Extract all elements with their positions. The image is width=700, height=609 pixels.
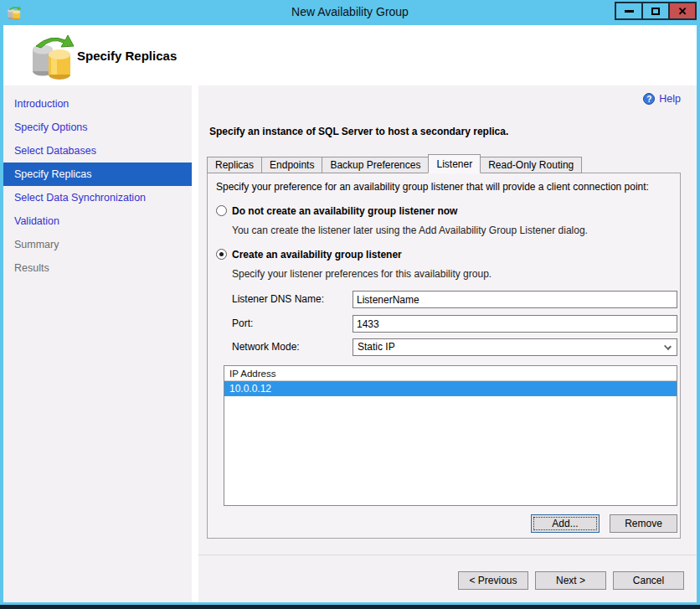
replicas-database-icon (30, 32, 75, 83)
minimize-icon (625, 10, 634, 13)
network-mode-label: Network Mode: (232, 341, 300, 353)
tab-backup-preferences[interactable]: Backup Preferences (322, 157, 429, 173)
add-button[interactable]: Add... (531, 514, 600, 533)
radio-create-listener-label[interactable]: Create an availability group listener (232, 249, 402, 261)
sidebar-item-specify-replicas[interactable]: Specify Replicas (3, 163, 192, 186)
network-mode-select[interactable]: Static IP (353, 338, 677, 356)
ip-address-row[interactable]: 10.0.0.12 (224, 381, 677, 396)
main-content: ? Help Specify an instance of SQL Server… (198, 85, 697, 602)
dialog-body: Specify Replicas Introduction Specify Op… (3, 25, 697, 602)
help-label: Help (659, 93, 681, 105)
sidebar-item-select-data-synchronization[interactable]: Select Data Synchronization (3, 186, 192, 209)
port-input[interactable] (353, 315, 677, 333)
network-mode-value: Static IP (358, 341, 395, 353)
sidebar-item-introduction[interactable]: Introduction (3, 92, 192, 116)
tab-read-only-routing[interactable]: Read-Only Routing (480, 157, 582, 173)
instruction-text: Specify an instance of SQL Server to hos… (209, 126, 508, 137)
wizard-steps-sidebar: Introduction Specify Options Select Data… (3, 85, 192, 602)
port-label: Port: (232, 317, 253, 329)
maximize-button[interactable] (641, 2, 670, 20)
close-button[interactable]: ✕ (668, 2, 697, 20)
sidebar-item-select-databases[interactable]: Select Databases (3, 139, 192, 163)
titlebar: New Availability Group ✕ (0, 0, 700, 25)
dns-name-label: Listener DNS Name: (232, 293, 324, 305)
sidebar-item-summary: Summary (3, 233, 192, 256)
footer-divider (198, 555, 697, 555)
minimize-button[interactable] (615, 2, 643, 20)
ip-address-list: IP Address 10.0.0.12 (224, 365, 677, 506)
radio-create-listener-description: Specify your listener preferences for th… (232, 268, 492, 280)
sidebar-content-divider (192, 85, 198, 602)
tab-listener[interactable]: Listener (428, 154, 481, 173)
tab-bar: Replicas Endpoints Backup Preferences Li… (207, 154, 581, 173)
window-title: New Availability Group (0, 5, 700, 18)
wizard-header: Specify Replicas (3, 25, 697, 85)
cancel-button[interactable]: Cancel (613, 571, 684, 590)
tab-endpoints[interactable]: Endpoints (261, 157, 322, 173)
radio-create-listener[interactable] (216, 249, 227, 260)
new-availability-group-window: New Availability Group ✕ (0, 0, 700, 609)
sidebar-item-specify-options[interactable]: Specify Options (3, 116, 192, 139)
chevron-down-icon (664, 343, 672, 350)
sidebar-item-validation[interactable]: Validation (3, 209, 192, 233)
ip-address-column-header[interactable]: IP Address (224, 366, 677, 381)
bottom-dark-strip (0, 605, 700, 609)
radio-do-not-create-listener-label[interactable]: Do not create an availability group list… (232, 205, 457, 217)
remove-button[interactable]: Remove (610, 514, 677, 533)
next-button[interactable]: Next > (535, 571, 606, 590)
radio-do-not-create-listener[interactable] (216, 205, 227, 216)
help-link[interactable]: ? Help (643, 93, 681, 105)
close-icon: ✕ (678, 6, 687, 17)
help-icon: ? (643, 93, 655, 105)
listener-description: Specify your preference for an availabil… (216, 181, 649, 193)
tab-replicas[interactable]: Replicas (207, 157, 262, 173)
maximize-icon (651, 8, 660, 15)
previous-button[interactable]: < Previous (458, 571, 528, 590)
dns-name-input[interactable] (353, 291, 677, 308)
sidebar-item-results: Results (3, 256, 192, 280)
radio-do-not-create-listener-description: You can create the listener later using … (232, 225, 588, 236)
listener-tab-panel: Specify your preference for an availabil… (207, 173, 681, 539)
page-title: Specify Replicas (77, 49, 177, 63)
